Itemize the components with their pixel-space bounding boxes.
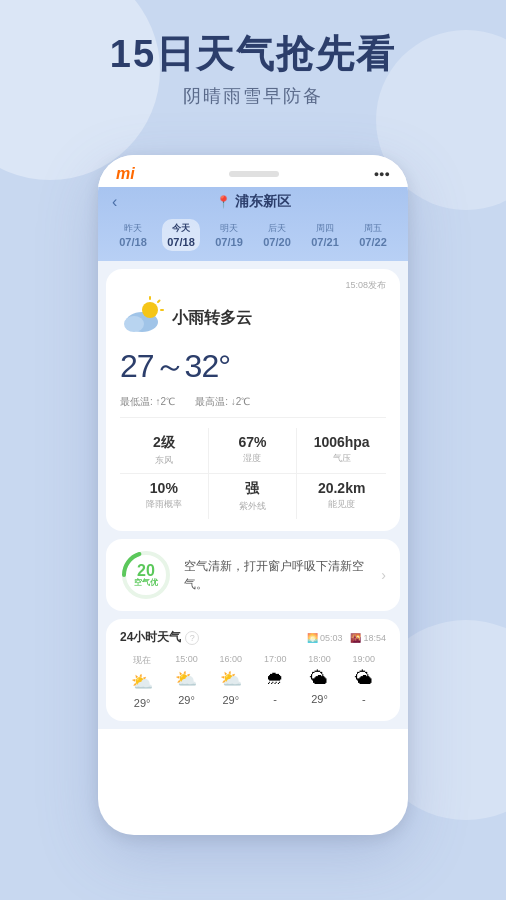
headline-area: 15日天气抢先看 阴晴雨雪早防备 bbox=[0, 32, 506, 108]
stat-item: 2级东风 bbox=[120, 428, 209, 473]
stat-value: 1006hpa bbox=[314, 434, 370, 450]
hourly-item: 19:00 🌥 - bbox=[342, 654, 386, 709]
hourly-icon: 🌥 bbox=[355, 668, 373, 689]
location-pin-icon: 📍 bbox=[216, 195, 231, 209]
stat-value: 67% bbox=[238, 434, 266, 450]
hourly-temp: - bbox=[273, 693, 277, 705]
hourly-item: 18:00 🌥 29° bbox=[297, 654, 341, 709]
hourly-temp: - bbox=[362, 693, 366, 705]
stat-value: 20.2km bbox=[318, 480, 365, 496]
stat-value: 强 bbox=[245, 480, 259, 498]
location-name: 浦东新区 bbox=[235, 193, 291, 211]
headline-subtitle: 阴晴雨雪早防备 bbox=[0, 84, 506, 108]
air-quality-description: 空气清新，打开窗户呼吸下清新空气。 bbox=[184, 557, 369, 593]
hourly-icon: ⛅ bbox=[131, 671, 153, 693]
hourly-time: 16:00 bbox=[220, 654, 243, 664]
hourly-item: 现在 ⛅ 29° bbox=[120, 654, 164, 709]
help-icon[interactable]: ? bbox=[185, 631, 199, 645]
section-header: 24小时天气 ? 🌅 05:03 🌇 18:54 bbox=[120, 629, 386, 646]
temperature-range: 27～32° bbox=[120, 345, 386, 389]
stat-label: 紫外线 bbox=[239, 500, 266, 513]
air-quality-arrow: › bbox=[381, 567, 386, 583]
phone-top-bar: mi ●●● bbox=[98, 155, 408, 187]
weather-header: ‹ 📍 浦东新区 昨天07/18今天07/18明天07/19后天07/20周四0… bbox=[98, 187, 408, 261]
publish-time: 15:08发布 bbox=[120, 279, 386, 292]
hourly-temp: 29° bbox=[134, 697, 151, 709]
stat-item: 10%降雨概率 bbox=[120, 473, 209, 519]
stat-label: 降雨概率 bbox=[146, 498, 182, 511]
high-temp-change: 最高温: ↓2℃ bbox=[195, 395, 250, 409]
hourly-icon: 🌧 bbox=[266, 668, 284, 689]
back-button[interactable]: ‹ bbox=[112, 193, 117, 211]
low-temp-change: 最低温: ↑2℃ bbox=[120, 395, 175, 409]
hourly-temp: 29° bbox=[178, 694, 195, 706]
stat-item: 强紫外线 bbox=[209, 473, 298, 519]
weather-stats-grid: 2级东风67%湿度1006hpa气压10%降雨概率强紫外线20.2km能见度 bbox=[120, 428, 386, 519]
hourly-section: 24小时天气 ? 🌅 05:03 🌇 18:54 现在 ⛅ 29° bbox=[106, 619, 400, 721]
hourly-time: 现在 bbox=[133, 654, 151, 667]
status-icons: ●●● bbox=[374, 169, 390, 179]
hourly-item: 17:00 🌧 - bbox=[253, 654, 297, 709]
aqi-number: 20 空气优 bbox=[134, 563, 158, 587]
stat-label: 能见度 bbox=[328, 498, 355, 511]
date-tab[interactable]: 今天07/18 bbox=[162, 219, 200, 251]
svg-point-1 bbox=[124, 316, 144, 332]
sunset-time: 🌇 18:54 bbox=[350, 633, 386, 643]
aqi-level: 空气优 bbox=[134, 579, 158, 587]
weather-icon-large bbox=[120, 296, 164, 341]
stat-label: 气压 bbox=[333, 452, 351, 465]
sunrise-icon: 🌅 bbox=[307, 633, 318, 643]
hourly-icon: ⛅ bbox=[175, 668, 197, 690]
hourly-icon: ⛅ bbox=[220, 668, 242, 690]
hourly-item: 15:00 ⛅ 29° bbox=[164, 654, 208, 709]
sunrise-time: 🌅 05:03 bbox=[307, 633, 343, 643]
current-weather-card: 15:08发布 小雨转多云 bbox=[106, 269, 400, 531]
date-tab[interactable]: 后天07/20 bbox=[258, 219, 296, 251]
air-quality-card[interactable]: 20 空气优 空气清新，打开窗户呼吸下清新空气。 › bbox=[106, 539, 400, 611]
hourly-row: 现在 ⛅ 29° 15:00 ⛅ 29° 16:00 ⛅ 29° 17:00 🌧… bbox=[120, 654, 386, 709]
date-tab[interactable]: 周四07/21 bbox=[306, 219, 344, 251]
location-display: 📍 浦东新区 bbox=[216, 193, 291, 211]
section-title: 24小时天气 bbox=[120, 629, 181, 646]
hourly-temp: 29° bbox=[311, 693, 328, 705]
sun-times: 🌅 05:03 🌇 18:54 bbox=[307, 633, 386, 643]
mi-logo: mi bbox=[116, 165, 135, 183]
weather-condition-row: 小雨转多云 bbox=[120, 296, 386, 341]
phone-notch bbox=[229, 171, 279, 177]
stat-label: 湿度 bbox=[243, 452, 261, 465]
weather-content: 15:08发布 小雨转多云 bbox=[98, 261, 408, 729]
svg-point-2 bbox=[142, 302, 158, 318]
svg-line-4 bbox=[158, 301, 160, 303]
hourly-temp: 29° bbox=[223, 694, 240, 706]
stat-item: 1006hpa气压 bbox=[297, 428, 386, 473]
date-tab[interactable]: 明天07/19 bbox=[210, 219, 248, 251]
stat-item: 67%湿度 bbox=[209, 428, 298, 473]
hourly-time: 18:00 bbox=[308, 654, 331, 664]
temp-change-row: 最低温: ↑2℃ 最高温: ↓2℃ bbox=[120, 395, 386, 418]
weather-nav: ‹ 📍 浦东新区 bbox=[112, 193, 394, 211]
date-tabs: 昨天07/18今天07/18明天07/19后天07/20周四07/21周五07/… bbox=[112, 219, 394, 251]
aqi-circle: 20 空气优 bbox=[120, 549, 172, 601]
date-tab[interactable]: 周五07/22 bbox=[354, 219, 392, 251]
section-title-row: 24小时天气 ? bbox=[120, 629, 199, 646]
stat-item: 20.2km能见度 bbox=[297, 473, 386, 519]
stat-value: 2级 bbox=[153, 434, 175, 452]
stat-label: 东风 bbox=[155, 454, 173, 467]
weather-description: 小雨转多云 bbox=[172, 308, 252, 329]
hourly-time: 17:00 bbox=[264, 654, 287, 664]
hourly-time: 19:00 bbox=[353, 654, 376, 664]
hourly-icon: 🌥 bbox=[310, 668, 328, 689]
phone-frame: mi ●●● ‹ 📍 浦东新区 昨天07/18今天07/18明天07/19后天0… bbox=[98, 155, 408, 835]
hourly-time: 15:00 bbox=[175, 654, 198, 664]
stat-value: 10% bbox=[150, 480, 178, 496]
hourly-item: 16:00 ⛅ 29° bbox=[209, 654, 253, 709]
sunset-icon: 🌇 bbox=[350, 633, 361, 643]
headline-title: 15日天气抢先看 bbox=[0, 32, 506, 78]
date-tab[interactable]: 昨天07/18 bbox=[114, 219, 152, 251]
